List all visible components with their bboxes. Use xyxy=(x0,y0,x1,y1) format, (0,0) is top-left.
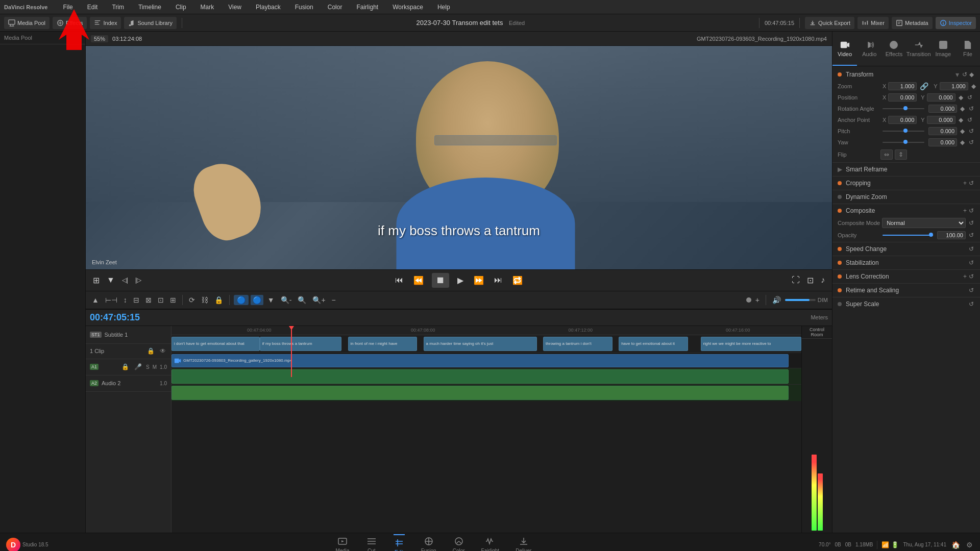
go-to-start[interactable]: ⏮ xyxy=(393,273,405,287)
view-options[interactable]: ▼ xyxy=(105,273,117,287)
tab-transition[interactable]: Transition xyxy=(906,32,931,66)
yaw-reset[interactable]: ↺ xyxy=(968,139,975,146)
retime-reset[interactable]: ↺ xyxy=(968,287,975,294)
media-pool-button[interactable]: Media Pool xyxy=(4,17,50,29)
prev-frame[interactable]: ⏪ xyxy=(411,273,426,287)
slide-tool[interactable]: ⊡ xyxy=(156,295,166,305)
menu-workspace[interactable]: Workspace xyxy=(389,3,426,12)
flip-horizontal[interactable]: ⇔ xyxy=(880,149,893,160)
smart-reframe-header[interactable]: ▶ Smart Reframe xyxy=(832,164,980,175)
fullscreen-button[interactable]: ⛶ xyxy=(790,273,802,287)
subtitle-clip-5[interactable]: throwing a tantrum i don't xyxy=(543,337,612,351)
anchor-x-input[interactable] xyxy=(888,116,917,124)
super-scale-header[interactable]: Super Scale ↺ xyxy=(832,298,980,310)
zoom-in[interactable]: 🔵 xyxy=(234,295,249,305)
zoom-chain[interactable]: 🔗 xyxy=(919,82,929,90)
plus-tl[interactable]: + xyxy=(753,295,762,305)
transform-section-header[interactable]: Transform ▾ ↺ ◆ xyxy=(832,68,980,81)
minus-tl[interactable]: − xyxy=(330,295,338,305)
next-mark-outer[interactable]: |▷ xyxy=(133,274,143,286)
subtitle-clip-6[interactable]: have to get emotional about it xyxy=(619,337,688,351)
go-to-end[interactable]: ⏭ xyxy=(492,273,504,287)
menu-fairlight[interactable]: Fairlight xyxy=(353,3,381,12)
inspector-button[interactable]: Inspector xyxy=(936,17,976,29)
metadata-button[interactable]: Metadata xyxy=(892,17,933,29)
link-tool[interactable]: ⛓ xyxy=(199,295,210,305)
tab-effects[interactable]: Effects xyxy=(881,32,906,66)
lens-add[interactable]: + xyxy=(962,273,968,280)
lens-reset[interactable]: ↺ xyxy=(968,273,975,280)
menu-clip[interactable]: Clip xyxy=(173,3,189,12)
opacity-slider[interactable] xyxy=(883,235,933,236)
speed-reset[interactable]: ↺ xyxy=(968,245,975,253)
mixer-button[interactable]: Mixer xyxy=(857,17,889,29)
volume-slider[interactable] xyxy=(785,299,816,301)
yaw-slider[interactable] xyxy=(883,142,924,143)
zoom-in-tl[interactable]: 🔍+ xyxy=(310,295,327,305)
zoom-x-input[interactable] xyxy=(888,82,917,90)
dynamic-trim[interactable]: ↕ xyxy=(121,295,129,305)
tab-image[interactable]: Image xyxy=(931,32,955,66)
pos-reset[interactable]: ↺ xyxy=(966,94,973,101)
bottom-cut[interactable]: Cut xyxy=(366,536,377,551)
bottom-media[interactable]: Media xyxy=(335,536,349,551)
composite-reset[interactable]: ↺ xyxy=(968,207,975,214)
rotation-input[interactable] xyxy=(928,105,957,113)
bottom-fusion[interactable]: Fusion xyxy=(421,536,436,551)
retime-header[interactable]: Retime and Scaling ↺ xyxy=(832,285,980,296)
volume-tl[interactable]: 🔊 xyxy=(770,295,783,305)
view-toggle[interactable]: ▼ xyxy=(265,295,277,305)
pos-y-input[interactable] xyxy=(927,93,955,102)
clip-lock[interactable]: 🔒 xyxy=(146,347,156,355)
lock-tool[interactable]: 🔒 xyxy=(212,295,225,305)
menu-fusion[interactable]: Fusion xyxy=(292,3,316,12)
zoom-timeline[interactable]: 🔍 xyxy=(296,295,308,305)
pitch-reset[interactable]: ↺ xyxy=(968,128,975,135)
stop-button[interactable]: ⏹ xyxy=(432,273,449,288)
index-button[interactable]: Index xyxy=(90,17,121,29)
menu-color[interactable]: Color xyxy=(325,3,346,12)
menu-trim[interactable]: Trim xyxy=(109,3,127,12)
composite-mode-reset[interactable]: ↺ xyxy=(968,219,975,227)
trim-tool[interactable]: ⊢⊣ xyxy=(103,295,119,305)
stabilization-header[interactable]: Stabilization ↺ xyxy=(832,257,980,268)
dynamic-zoom-header[interactable]: Dynamic Zoom xyxy=(832,191,980,203)
menu-file[interactable]: File xyxy=(60,3,76,12)
audio-clip-a2[interactable] xyxy=(172,386,789,400)
bottom-deliver[interactable]: Deliver xyxy=(516,536,531,551)
yaw-keyframe[interactable]: ◆ xyxy=(959,139,966,146)
tab-video[interactable]: Video xyxy=(832,32,857,66)
cropping-add[interactable]: + xyxy=(962,180,968,187)
menu-timeline[interactable]: Timeline xyxy=(135,3,164,12)
cropping-reset[interactable]: ↺ xyxy=(968,180,975,187)
prev-frame-outer[interactable]: ◁| xyxy=(120,274,130,286)
bottom-fairlight[interactable]: Fairlight xyxy=(481,536,500,551)
stab-reset[interactable]: ↺ xyxy=(968,259,975,266)
rotation-keyframe[interactable]: ◆ xyxy=(959,105,966,112)
zoom-y-input[interactable] xyxy=(940,82,968,90)
pitch-input[interactable] xyxy=(928,127,957,135)
quick-export-button[interactable]: Quick Export xyxy=(805,17,854,29)
settings-button[interactable]: ⚙ xyxy=(965,541,974,549)
rotation-reset[interactable]: ↺ xyxy=(968,105,975,112)
transform-keyframe[interactable]: ◆ xyxy=(968,71,975,78)
opacity-reset[interactable]: ↺ xyxy=(968,232,975,239)
bottom-edit[interactable]: Edit xyxy=(394,534,405,551)
audio-clip-a1[interactable] xyxy=(172,369,789,384)
subtitle-clip-7[interactable]: right we we might be more reactive to xyxy=(701,337,801,351)
subtitle-clip-3[interactable]: in front of me i might have xyxy=(348,337,418,351)
curve-tool[interactable]: ⟳ xyxy=(187,295,197,305)
subtitle-clip-4[interactable]: a much harder time saying oh it's just xyxy=(424,337,537,351)
pitch-slider[interactable] xyxy=(883,131,924,132)
slip-tool[interactable]: ⊠ xyxy=(143,295,154,305)
next-frame[interactable]: ⏩ xyxy=(472,273,486,287)
sound-library-button[interactable]: Sound Library xyxy=(124,17,177,29)
lens-correction-header[interactable]: Lens Correction + ↺ xyxy=(832,271,980,282)
super-reset[interactable]: ↺ xyxy=(968,300,975,308)
pos-x-input[interactable] xyxy=(888,93,917,102)
zoom-out-tl[interactable]: 🔍- xyxy=(279,295,294,305)
pip-button[interactable]: ⊡ xyxy=(805,273,816,287)
menu-mark[interactable]: Mark xyxy=(198,3,217,12)
tab-audio[interactable]: Audio xyxy=(857,32,881,66)
color-picker[interactable]: 🔵 xyxy=(251,295,263,305)
